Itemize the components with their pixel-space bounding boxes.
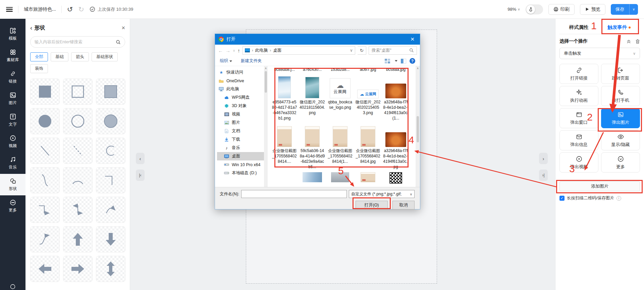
preview-button[interactable]: 预览 — [580, 4, 605, 15]
shapes-search-input[interactable] — [35, 40, 113, 44]
shape-circle-filled[interactable] — [30, 108, 60, 134]
shape-arc-open[interactable] — [96, 138, 125, 164]
tab-arrows[interactable]: 箭头 — [71, 52, 89, 61]
nav-forward-icon[interactable]: → — [225, 48, 230, 53]
action-open-link[interactable]: 打开链接 — [559, 64, 598, 84]
shape-arrow-right-filled[interactable] — [63, 256, 93, 282]
preview-pane-icon[interactable] — [401, 59, 406, 63]
view-dropdown-icon[interactable] — [395, 60, 397, 62]
collapse-all-icon[interactable] — [626, 39, 631, 44]
sidebar-item-more[interactable]: 更多 — [0, 195, 25, 217]
collapse-panel-right-edge-icon[interactable]: ›| — [539, 170, 548, 181]
help-icon[interactable]: ? — [410, 58, 415, 64]
action-show-hide[interactable]: 显示/隐藏 — [601, 130, 640, 150]
dialog-search-box[interactable]: 搜索"桌面" — [369, 46, 417, 55]
shape-s-curve-arrow[interactable] — [30, 226, 60, 252]
collapse-panel-left-icon[interactable]: ‹ — [136, 153, 145, 164]
redo-icon[interactable]: ↻ — [78, 6, 84, 13]
file-item[interactable] — [355, 172, 381, 184]
search-icon[interactable] — [116, 40, 121, 45]
shape-arrow-updown-filled[interactable] — [96, 256, 125, 282]
nav-history-icon[interactable]: ∨ — [233, 49, 235, 52]
shape-arrow-up-filled[interactable] — [63, 226, 93, 252]
cancel-button[interactable]: 取消 — [392, 201, 415, 209]
action-run-animation[interactable]: 执行动画 — [559, 86, 598, 106]
shape-curve-s[interactable] — [30, 167, 60, 193]
sidebar-item-video[interactable]: 视频 — [0, 131, 25, 152]
new-folder-button[interactable]: 新建文件夹 — [241, 58, 262, 64]
nav-item-videos[interactable]: 视频 — [217, 110, 264, 118]
sidebar-item-shapes[interactable]: 形状 — [0, 174, 25, 195]
nav-back-icon[interactable]: ← — [218, 48, 223, 53]
sidebar-item-text[interactable]: 文字 — [0, 109, 25, 131]
print-button[interactable]: 印刷 — [548, 4, 575, 15]
tab-basic-shapes[interactable]: 基础形状 — [92, 52, 118, 61]
save-button[interactable]: 保存 — [611, 6, 629, 12]
sidebar-item-assets[interactable]: 素材库 — [0, 45, 25, 66]
shape-line-dashed[interactable] — [63, 138, 93, 164]
trigger-type-select[interactable]: 单击触发 ∨ — [559, 48, 640, 59]
nav-item-system-drive[interactable]: Win 10 Pro x64 — [217, 160, 264, 169]
sidebar-item-link[interactable]: 链接 — [0, 66, 25, 88]
nav-item-onedrive[interactable]: OneDrive — [217, 77, 264, 85]
file-type-select[interactable]: 自定义文件 (*.png;*.jpg;*.gif; ∨ — [349, 190, 415, 198]
scroll-up-icon[interactable]: ∧ — [265, 67, 267, 70]
shape-arrow-down-filled[interactable] — [96, 226, 125, 252]
refresh-icon[interactable]: ↻ — [358, 46, 366, 55]
sidebar-item-image[interactable]: 图片 — [0, 88, 25, 109]
checkbox-checked-icon[interactable]: ✓ — [559, 196, 565, 201]
document-title[interactable]: 城市旅游特色... — [24, 6, 56, 12]
action-popup-video[interactable]: 弹出视频 — [559, 152, 598, 173]
scrollbar-thumb[interactable] — [417, 116, 419, 142]
delete-icon[interactable] — [635, 39, 640, 44]
file-item[interactable] — [383, 172, 409, 184]
view-thumbnails-icon[interactable] — [385, 59, 390, 63]
action-dial-phone[interactable]: 拨打手机 — [601, 86, 640, 106]
nav-item-documents[interactable]: 文档 — [217, 127, 264, 135]
nav-item-downloads[interactable]: 下载 — [217, 135, 264, 144]
collapse-panel-right-icon[interactable]: › — [539, 153, 548, 164]
touch-mode-toggle[interactable] — [526, 4, 543, 14]
tab-style-properties[interactable]: 样式属性 — [569, 24, 589, 31]
action-jump-page[interactable]: 跳转页面 — [601, 64, 640, 84]
nav-up-icon[interactable]: ↑ — [237, 48, 240, 53]
address-dropdown-icon[interactable]: ∨ — [350, 48, 353, 53]
back-icon[interactable]: ‹ — [30, 24, 32, 32]
nav-item-local-disk-d[interactable]: 本地磁盘 (D:) — [217, 169, 264, 177]
search-icon[interactable] — [409, 48, 414, 53]
nav-item-3d-objects[interactable]: 3D 对象 — [217, 102, 264, 110]
shape-elbow-arrow[interactable] — [30, 197, 60, 223]
shape-curve-arrow[interactable] — [96, 197, 125, 223]
shape-arc-up[interactable] — [63, 167, 93, 193]
zoom-control[interactable]: 98%∨ — [507, 7, 520, 12]
shape-square-filled[interactable] — [30, 79, 60, 105]
shape-elbow-line[interactable] — [96, 167, 125, 193]
nav-item-wps-cloud[interactable]: WPS网盘 — [217, 93, 264, 102]
close-icon[interactable]: × — [121, 25, 125, 32]
tab-decorations[interactable]: 装饰 — [30, 64, 48, 73]
shape-square-light[interactable] — [96, 79, 125, 105]
shape-arrow-left-filled[interactable] — [30, 256, 60, 282]
action-popup-message[interactable]: 弹出信息 — [559, 130, 598, 150]
sidebar-footer-icon[interactable] — [0, 284, 25, 290]
breadcrumb-this-pc[interactable]: 此电脑 — [255, 48, 268, 53]
file-item[interactable] — [300, 172, 325, 184]
shape-circle-outline[interactable] — [63, 108, 93, 134]
file-item[interactable] — [272, 172, 297, 184]
scrollbar-thumb[interactable] — [265, 71, 267, 93]
shape-line-diagonal[interactable] — [30, 138, 60, 164]
nav-item-pictures[interactable]: 图片 — [217, 118, 264, 127]
dialog-titlebar[interactable]: 打开 ✕ — [215, 34, 420, 45]
breadcrumb-desktop[interactable]: 桌面 — [273, 48, 281, 53]
save-dropdown-icon[interactable]: ∨ — [629, 4, 638, 15]
nav-item-this-pc[interactable]: 此电脑 — [217, 85, 264, 93]
scroll-up-icon[interactable]: ∧ — [417, 67, 419, 70]
nav-item-quick-access[interactable]: ★快速访问 — [217, 68, 264, 77]
shape-square-outline[interactable] — [63, 79, 93, 105]
sidebar-item-template[interactable]: 模板 — [0, 23, 25, 45]
menu-icon[interactable] — [6, 7, 13, 12]
places-nav-scrollbar[interactable]: ∧ — [264, 66, 268, 187]
tab-basic[interactable]: 基础 — [51, 52, 68, 61]
tab-all[interactable]: 全部 — [30, 52, 48, 61]
collapse-panel-left-edge-icon[interactable]: |‹ — [136, 170, 145, 181]
